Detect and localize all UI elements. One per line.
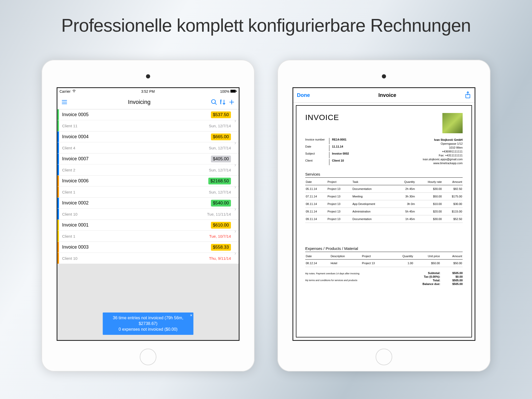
chevron-right-icon: › [234, 140, 236, 146]
chevron-right-icon: › [234, 206, 236, 212]
menu-icon[interactable] [60, 98, 69, 107]
nav-bar: Done Invoice [293, 88, 475, 103]
status-bar: Carrier 3:52 PM 100% [57, 88, 239, 95]
home-button[interactable] [376, 349, 392, 365]
camera-dot [382, 74, 386, 78]
home-button[interactable] [140, 349, 156, 365]
invoice-date: Tue, 11/11/14 [207, 212, 231, 216]
svg-text:A: A [220, 99, 222, 102]
invoice-notes: My notes. Payment overdues 14 days after… [305, 271, 392, 283]
invoice-id: Invoice 0004 [61, 134, 232, 139]
done-button[interactable]: Done [297, 92, 310, 98]
invoice-row[interactable]: Invoice 0002$540.00Client 10Tue, 11/11/1… [57, 198, 239, 220]
invoice-amount: $610.00 [211, 222, 231, 229]
invoice-row[interactable]: Invoice 0005$537.50Client 11Sun, 12/7/14… [57, 109, 239, 131]
invoice-totals: Subtotal:$505.00 Tax (0.00%):$0.00 Total… [414, 271, 463, 286]
table-row: 09.11.14Project 13Administration5h 45m$2… [305, 208, 463, 215]
svg-rect-1 [230, 90, 236, 92]
carrier-label: Carrier [59, 89, 71, 94]
invoice-client: Client 1 [61, 190, 75, 194]
invoice-row[interactable]: Invoice 0001$610.00Client 1Tue, 10/7/14› [57, 220, 239, 242]
invoice-client: Client 2 [61, 168, 75, 172]
invoice-document: INVOICE Invoice numberRE14-0001 Date11.1… [293, 103, 475, 340]
screen-right: Done Invoice INVOICE Invoice numberRE14-… [292, 87, 475, 341]
battery-label: 100% [220, 89, 229, 94]
invoice-row[interactable]: Invoice 0004$665.00Client 4Sun, 12/7/14› [57, 131, 239, 154]
invoice-client: Client 11 [61, 124, 77, 128]
chevron-right-icon: › [234, 162, 236, 168]
invoice-client: Client 1 [61, 234, 75, 238]
invoice-date: Sun, 12/7/14 [209, 146, 231, 150]
chevron-right-icon: › [234, 184, 236, 190]
battery-icon [230, 89, 237, 94]
marketing-headline: Professionelle komplett konfigurierbare … [0, 15, 532, 36]
status-bar-color [57, 109, 59, 120]
invoice-client: Client 10 [61, 212, 77, 216]
status-bar-color [57, 198, 59, 208]
invoice-list: Invoice 0005$537.50Client 11Sun, 12/7/14… [57, 109, 239, 264]
invoice-id: Invoice 0003 [61, 244, 232, 250]
sort-icon[interactable]: AZ [218, 98, 227, 107]
invoice-row[interactable]: Invoice 0003$558.33Client 10Thu, 9/11/14… [57, 242, 239, 264]
invoice-id: Invoice 0007 [61, 156, 232, 162]
toast-line-1: 36 time entries not invoiced (79h 56m, $… [109, 315, 188, 327]
nav-bar: Invoicing AZ [57, 95, 239, 109]
share-icon[interactable] [465, 91, 471, 99]
invoice-id: Invoice 0005 [61, 112, 232, 117]
invoice-amount: $537.50 [211, 111, 231, 118]
invoice-date: Tue, 10/7/14 [209, 234, 231, 238]
invoice-id: Invoice 0006 [61, 178, 232, 184]
invoice-date: Thu, 9/11/14 [209, 256, 231, 261]
table-row: 08.12.14HotelProject 131.00$50.00$50.00 [305, 260, 463, 267]
svg-point-0 [74, 92, 74, 92]
invoice-id: Invoice 0001 [61, 222, 232, 228]
invoice-amount: $665.00 [211, 134, 231, 140]
status-bar-color [57, 242, 59, 252]
table-row: 08.11.14Project 13App Development3h 0m$1… [305, 200, 463, 208]
ipad-device-left: Carrier 3:52 PM 100% Invoicing AZ [42, 60, 255, 371]
invoice-amount: $2168.50 [208, 178, 231, 184]
ipad-device-right: Done Invoice INVOICE Invoice numberRE14-… [277, 60, 490, 371]
invoice-amount: $540.00 [211, 200, 231, 207]
services-table: DateProjectTaskQuantityHourly rateAmount… [305, 179, 463, 223]
clock: 3:52 PM [76, 89, 220, 94]
svg-point-3 [211, 99, 215, 103]
svg-text:Z: Z [220, 102, 222, 104]
uninvoiced-toast[interactable]: ✕ 36 time entries not invoiced (79h 56m,… [103, 312, 194, 335]
invoice-amount: $558.33 [211, 244, 231, 251]
invoice-amount: $405.00 [211, 156, 231, 162]
page-title: Invoicing [69, 99, 210, 105]
invoice-row[interactable]: Invoice 0007$405.00Client 2Sun, 12/7/14› [57, 154, 239, 176]
table-row: 07.11.14Project 13Meeting3h 30m$50.00$17… [305, 193, 463, 200]
add-icon[interactable] [227, 98, 236, 107]
table-row: 05.11.14Project 13Documentation2h 45m$30… [305, 185, 463, 193]
invoice-client: Client 10 [61, 256, 77, 261]
search-icon[interactable] [210, 98, 218, 107]
svg-rect-2 [236, 90, 237, 92]
invoice-date: Sun, 12/7/14 [209, 124, 231, 128]
status-bar-color [57, 176, 59, 186]
page-title: Invoice [310, 92, 465, 98]
table-row: 09.11.14Project 13Documentation1h 45m$30… [305, 215, 463, 223]
chevron-right-icon: › [234, 228, 236, 234]
chevron-right-icon: › [234, 118, 236, 124]
services-heading: Services [305, 172, 463, 178]
company-info: Ivan Stojković GmbH Operngasse 1/12 1010… [423, 138, 463, 165]
toast-line-2: 0 expenses not invoiced ($0.00) [109, 327, 188, 332]
expenses-table: DateDescriptionProjectQuantityUnit price… [305, 253, 463, 267]
status-bar-color [57, 154, 59, 164]
invoice-id: Invoice 0002 [61, 200, 232, 206]
invoice-meta: Invoice numberRE14-0001 Date11.11.14 Sub… [305, 138, 349, 165]
invoice-heading: INVOICE [305, 113, 339, 122]
camera-dot [146, 74, 150, 78]
invoice-page: INVOICE Invoice numberRE14-0001 Date11.1… [296, 105, 472, 337]
wifi-icon [72, 89, 76, 94]
invoice-date: Sun, 12/7/14 [209, 190, 231, 194]
invoice-date: Sun, 12/7/14 [209, 168, 231, 172]
invoice-row[interactable]: Invoice 0006$2168.50Client 1Sun, 12/7/14… [57, 176, 239, 198]
close-icon[interactable]: ✕ [190, 312, 192, 318]
screen-left: Carrier 3:52 PM 100% Invoicing AZ [57, 87, 240, 341]
status-bar-color [57, 220, 59, 230]
expenses-heading: Expenses / Products / Material [305, 246, 463, 252]
company-logo [442, 113, 463, 133]
